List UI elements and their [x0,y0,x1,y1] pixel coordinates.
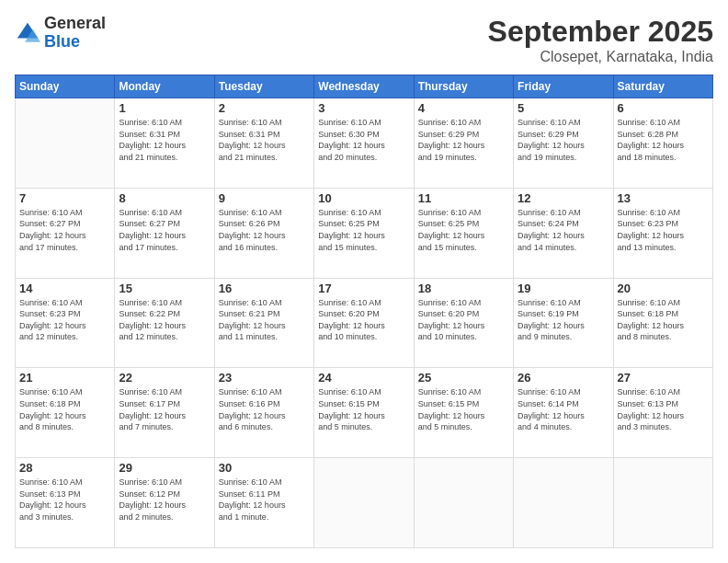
day-info: Sunrise: 6:10 AMSunset: 6:11 PMDaylight:… [219,477,310,523]
day-info: Sunrise: 6:10 AMSunset: 6:15 PMDaylight:… [418,386,509,432]
day-info: Sunrise: 6:10 AMSunset: 6:20 PMDaylight:… [318,297,409,343]
day-info: Sunrise: 6:10 AMSunset: 6:29 PMDaylight:… [518,117,609,163]
day-info: Sunrise: 6:10 AMSunset: 6:22 PMDaylight:… [119,297,210,343]
logo-general: General [44,15,106,33]
day-number: 14 [19,282,110,295]
day-info: Sunrise: 6:10 AMSunset: 6:30 PMDaylight:… [318,117,409,163]
calendar-cell: 28Sunrise: 6:10 AMSunset: 6:13 PMDayligh… [16,458,115,548]
day-info: Sunrise: 6:10 AMSunset: 6:29 PMDaylight:… [418,117,509,163]
calendar-cell: 21Sunrise: 6:10 AMSunset: 6:18 PMDayligh… [16,368,115,458]
calendar-cell: 11Sunrise: 6:10 AMSunset: 6:25 PMDayligh… [414,188,513,278]
calendar-cell: 18Sunrise: 6:10 AMSunset: 6:20 PMDayligh… [414,278,513,368]
calendar-weekday-header: Tuesday [214,75,313,98]
calendar-week-row: 21Sunrise: 6:10 AMSunset: 6:18 PMDayligh… [16,368,713,458]
calendar-cell: 26Sunrise: 6:10 AMSunset: 6:14 PMDayligh… [514,368,613,458]
day-number: 27 [618,371,709,385]
day-number: 19 [518,282,609,295]
calendar-cell: 17Sunrise: 6:10 AMSunset: 6:20 PMDayligh… [314,278,414,368]
day-info: Sunrise: 6:10 AMSunset: 6:14 PMDaylight:… [518,386,609,432]
month-title: September 2025 [488,15,713,49]
day-number: 16 [219,282,310,295]
day-number: 28 [19,461,110,475]
title-block: September 2025 Closepet, Karnataka, Indi… [488,15,713,65]
calendar-cell: 20Sunrise: 6:10 AMSunset: 6:18 PMDayligh… [613,278,712,368]
day-number: 7 [19,191,110,205]
day-info: Sunrise: 6:10 AMSunset: 6:15 PMDaylight:… [318,386,409,432]
calendar-cell: 4Sunrise: 6:10 AMSunset: 6:29 PMDaylight… [414,98,513,189]
day-number: 4 [418,101,509,115]
location-title: Closepet, Karnataka, India [488,49,713,65]
day-number: 10 [318,191,409,205]
calendar-week-row: 14Sunrise: 6:10 AMSunset: 6:23 PMDayligh… [16,278,713,368]
day-info: Sunrise: 6:10 AMSunset: 6:16 PMDaylight:… [219,386,310,432]
page: General Blue September 2025 Closepet, Ka… [0,0,728,563]
calendar-cell: 1Sunrise: 6:10 AMSunset: 6:31 PMDaylight… [115,98,214,189]
calendar-cell: 8Sunrise: 6:10 AMSunset: 6:27 PMDaylight… [115,188,214,278]
calendar-cell: 23Sunrise: 6:10 AMSunset: 6:16 PMDayligh… [214,368,313,458]
day-info: Sunrise: 6:10 AMSunset: 6:17 PMDaylight:… [119,386,210,432]
day-number: 20 [618,282,709,295]
day-number: 11 [418,191,509,205]
calendar-week-row: 28Sunrise: 6:10 AMSunset: 6:13 PMDayligh… [16,458,713,548]
header: General Blue September 2025 Closepet, Ka… [15,15,713,65]
day-info: Sunrise: 6:10 AMSunset: 6:26 PMDaylight:… [219,207,310,253]
day-number: 18 [418,282,509,295]
calendar-cell: 15Sunrise: 6:10 AMSunset: 6:22 PMDayligh… [115,278,214,368]
calendar-cell: 12Sunrise: 6:10 AMSunset: 6:24 PMDayligh… [514,188,613,278]
logo: General Blue [15,15,106,52]
calendar-weekday-header: Wednesday [314,75,414,98]
calendar-cell: 25Sunrise: 6:10 AMSunset: 6:15 PMDayligh… [414,368,513,458]
calendar-header-row: SundayMondayTuesdayWednesdayThursdayFrid… [16,75,713,98]
day-info: Sunrise: 6:10 AMSunset: 6:31 PMDaylight:… [119,117,210,163]
calendar-cell: 19Sunrise: 6:10 AMSunset: 6:19 PMDayligh… [514,278,613,368]
calendar-cell: 16Sunrise: 6:10 AMSunset: 6:21 PMDayligh… [214,278,313,368]
day-info: Sunrise: 6:10 AMSunset: 6:13 PMDaylight:… [618,386,709,432]
calendar-cell: 10Sunrise: 6:10 AMSunset: 6:25 PMDayligh… [314,188,414,278]
calendar-cell: 6Sunrise: 6:10 AMSunset: 6:28 PMDaylight… [613,98,712,189]
day-info: Sunrise: 6:10 AMSunset: 6:31 PMDaylight:… [219,117,310,163]
day-number: 12 [518,191,609,205]
day-info: Sunrise: 6:10 AMSunset: 6:23 PMDaylight:… [618,207,709,253]
calendar-cell: 24Sunrise: 6:10 AMSunset: 6:15 PMDayligh… [314,368,414,458]
calendar-cell: 9Sunrise: 6:10 AMSunset: 6:26 PMDaylight… [214,188,313,278]
day-number: 21 [19,371,110,385]
calendar-cell: 2Sunrise: 6:10 AMSunset: 6:31 PMDaylight… [214,98,313,189]
logo-icon [15,20,40,46]
logo-text: General Blue [44,15,106,52]
calendar-cell [613,458,712,548]
day-number: 6 [618,101,709,115]
calendar-cell: 30Sunrise: 6:10 AMSunset: 6:11 PMDayligh… [214,458,313,548]
day-info: Sunrise: 6:10 AMSunset: 6:25 PMDaylight:… [418,207,509,253]
logo-blue: Blue [44,33,106,52]
calendar-week-row: 1Sunrise: 6:10 AMSunset: 6:31 PMDaylight… [16,98,713,189]
day-info: Sunrise: 6:10 AMSunset: 6:25 PMDaylight:… [318,207,409,253]
day-number: 24 [318,371,409,385]
day-info: Sunrise: 6:10 AMSunset: 6:27 PMDaylight:… [119,207,210,253]
day-number: 29 [119,461,210,475]
calendar-cell: 3Sunrise: 6:10 AMSunset: 6:30 PMDaylight… [314,98,414,189]
calendar-cell: 22Sunrise: 6:10 AMSunset: 6:17 PMDayligh… [115,368,214,458]
day-info: Sunrise: 6:10 AMSunset: 6:13 PMDaylight:… [19,477,110,523]
calendar-cell: 14Sunrise: 6:10 AMSunset: 6:23 PMDayligh… [16,278,115,368]
day-number: 26 [518,371,609,385]
calendar-cell: 29Sunrise: 6:10 AMSunset: 6:12 PMDayligh… [115,458,214,548]
calendar-cell [16,98,115,189]
calendar-cell: 13Sunrise: 6:10 AMSunset: 6:23 PMDayligh… [613,188,712,278]
calendar-weekday-header: Sunday [16,75,115,98]
day-number: 3 [318,101,409,115]
day-number: 23 [219,371,310,385]
calendar-table: SundayMondayTuesdayWednesdayThursdayFrid… [15,75,713,548]
calendar-week-row: 7Sunrise: 6:10 AMSunset: 6:27 PMDaylight… [16,188,713,278]
day-number: 8 [119,191,210,205]
day-info: Sunrise: 6:10 AMSunset: 6:27 PMDaylight:… [19,207,110,253]
calendar-cell: 7Sunrise: 6:10 AMSunset: 6:27 PMDaylight… [16,188,115,278]
calendar-weekday-header: Saturday [613,75,712,98]
day-number: 15 [119,282,210,295]
day-info: Sunrise: 6:10 AMSunset: 6:24 PMDaylight:… [518,207,609,253]
calendar-weekday-header: Friday [514,75,613,98]
calendar-cell [414,458,513,548]
calendar-weekday-header: Monday [115,75,214,98]
day-number: 22 [119,371,210,385]
day-info: Sunrise: 6:10 AMSunset: 6:19 PMDaylight:… [518,297,609,343]
day-number: 5 [518,101,609,115]
